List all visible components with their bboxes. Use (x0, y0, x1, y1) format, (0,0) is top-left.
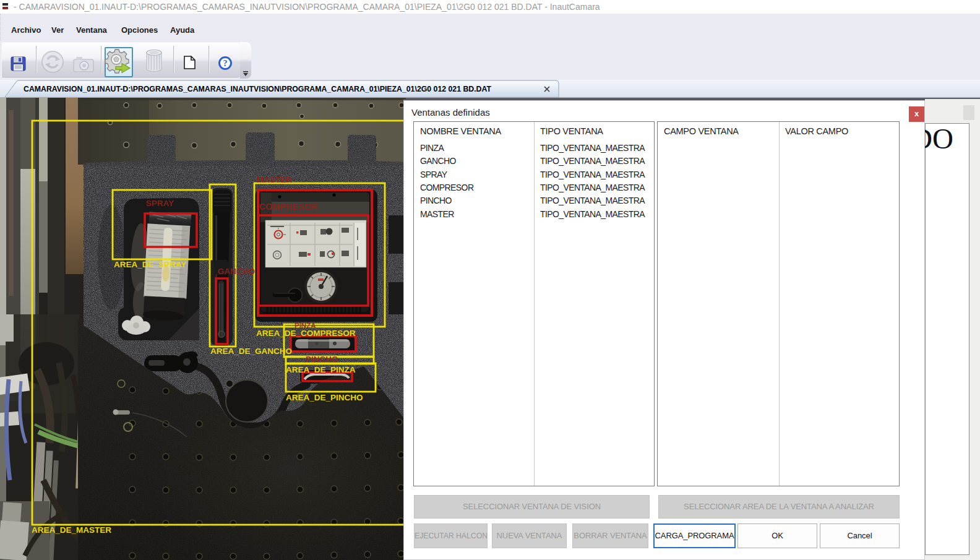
svg-text:?: ? (223, 59, 228, 68)
svg-text:GANCHO: GANCHO (218, 267, 255, 276)
svg-text:PINCHO: PINCHO (306, 355, 338, 364)
svg-text:SPRAY: SPRAY (146, 199, 174, 208)
svg-text:AREA_DE_GANCHO: AREA_DE_GANCHO (210, 347, 292, 356)
svg-text:AREA_DE_SPRAY: AREA_DE_SPRAY (114, 260, 186, 269)
svg-text:MASTER: MASTER (257, 175, 292, 184)
svg-text:CAMARAVISION_01.INAUT-D:\PROGR: CAMARAVISION_01.INAUT-D:\PROGRAMAS_CAMAR… (24, 85, 491, 93)
svg-text:AREA_DE_COMPRESOR: AREA_DE_COMPRESOR (256, 329, 356, 338)
svg-text:AREA_DE_PINCHO: AREA_DE_PINCHO (286, 393, 363, 402)
svg-text:COMPRESOR: COMPRESOR (259, 202, 319, 212)
svg-text:AREA_DE_MASTER: AREA_DE_MASTER (32, 525, 111, 535)
svg-text:AREA_DE_PINZA: AREA_DE_PINZA (286, 365, 356, 374)
